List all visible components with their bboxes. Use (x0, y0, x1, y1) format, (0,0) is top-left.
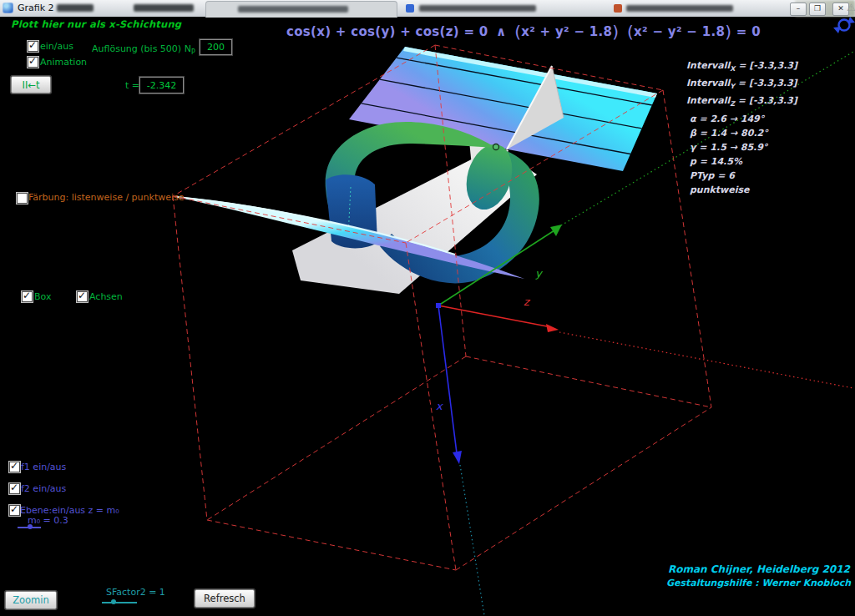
checkmark: ✓ (10, 482, 18, 493)
z-axis-label: z (524, 295, 531, 308)
interval-rest: = [-3.3,3.3] (735, 95, 797, 106)
ptyp-value: PTyp = 6 (686, 169, 797, 183)
interval-x: IntervallX = [-3.3,3.3] (686, 58, 797, 76)
ebene-checkbox[interactable]: ✓ (9, 505, 20, 516)
interval-base: Intervall (686, 95, 730, 106)
box-label: Box (34, 291, 51, 302)
checkmark: ✓ (10, 503, 18, 515)
point-marker[interactable] (493, 144, 499, 150)
t-input[interactable] (139, 77, 184, 93)
background-tab-favicon (614, 4, 622, 13)
angle-beta: β = 1.4 → 80.2° (686, 126, 797, 140)
background-tab-text-blur (626, 5, 733, 12)
sfactor2-slider-handle[interactable] (111, 599, 116, 604)
f1-checkbox[interactable]: ✓ (9, 462, 20, 472)
m0-slider-handle[interactable] (28, 524, 33, 529)
x-axis-label: x (436, 400, 443, 412)
equation-lhs: cos(x) + cos(y) + cos(z) = 0 (286, 24, 488, 39)
credit-author: Roman Chijner, Heidelberg 2012 (668, 563, 850, 575)
paren: ) (612, 22, 619, 42)
achsen-label: Achsen (89, 291, 123, 302)
achsen-checkbox[interactable]: ✓ (77, 291, 88, 302)
background-tab-favicon (406, 4, 414, 13)
equation-rhs: = 0 (736, 24, 761, 39)
zoomin-button[interactable]: Zoomin (5, 591, 57, 609)
refresh-button[interactable]: Refresch (195, 589, 255, 608)
interval-base: Intervall (686, 78, 730, 88)
y-axis-label: y (535, 267, 544, 280)
view-info-panel: IntervallX = [-3.3,3.3] IntervallY = [-3… (686, 58, 797, 197)
interval-rest: = [-3.3,3.3] (735, 60, 797, 71)
equation-factor1: x² + y² − 1.8 (521, 24, 612, 39)
t-reset-button[interactable]: II←t (11, 76, 51, 93)
checkmark: ✓ (78, 290, 86, 301)
angle-alpha: α = 2.6 → 149° (686, 112, 797, 126)
ein-aus-checkbox[interactable]: ✓ (28, 41, 38, 52)
checkmark: ✓ (10, 460, 18, 472)
background-tab-text-blur (419, 5, 536, 12)
ein-aus-label: ein/aus (40, 41, 73, 52)
credit-design: Gestaltungshilfe : Werner Knobloch (666, 578, 851, 588)
faerbung-checkbox[interactable] (17, 193, 28, 204)
equation-and: ∧ (493, 24, 509, 39)
paren: ( (624, 22, 634, 42)
faerbung-label: Färbung: listenweise / punktweise (28, 192, 185, 203)
interval-z: IntervallZ = [-3.3,3.3] (686, 93, 797, 111)
interval-y: IntervallY = [-3.3,3.3] (686, 76, 797, 93)
window-title: Grafik 2 (18, 3, 54, 13)
f2-label: f2 ein/aus (21, 483, 66, 494)
resolution-label-main: Auflösung (bis 500) N (92, 43, 191, 54)
background-window-blur (134, 4, 194, 12)
z-axis (438, 305, 559, 332)
equation-factor2: x² − y² − 1.8 (634, 24, 725, 39)
warning-icon: ⚠ (847, 2, 855, 13)
animation-checkbox[interactable]: ✓ (28, 57, 38, 68)
box-checkbox[interactable]: ✓ (22, 291, 33, 302)
f1-label: f1 ein/aus (21, 462, 66, 472)
background-window-blur (57, 4, 94, 12)
resolution-label: Auflösung (bis 500) NP = : (92, 43, 212, 56)
m0-value-label: m₀ = 0.3 (28, 515, 68, 526)
window-titlebar[interactable]: Grafik 2 – ❐ ✕ ⚠ (0, 0, 855, 18)
origin-point[interactable] (436, 303, 441, 308)
background-tab-text-blur (238, 6, 348, 13)
paren: ) (725, 22, 731, 42)
mode-text: punktweise (686, 183, 797, 197)
restore-button[interactable]: ❐ (809, 3, 826, 16)
plot-mode-note: Plott hier nur als x-Schichtung (11, 18, 181, 30)
sfactor2-label: SFactor2 = 1 (106, 587, 165, 598)
app-icon (3, 3, 13, 13)
checkmark: ✓ (23, 290, 31, 301)
p-value: p = 14.5% (686, 154, 797, 169)
equation-display: cos(x) + cos(y) + cos(z) = 0 ∧ (x² + y² … (286, 22, 761, 42)
refresh-icon[interactable] (833, 17, 855, 33)
sfactor2-slider-track[interactable] (102, 602, 137, 603)
angle-gamma: γ = 1.5 → 85.9° (686, 140, 797, 154)
minimize-button[interactable]: – (790, 3, 807, 16)
background-tab (205, 1, 397, 18)
animation-label: Animation (40, 57, 87, 68)
x-axis (438, 305, 462, 464)
app-window: Grafik 2 – ❐ ✕ ⚠ (0, 0, 855, 616)
resolution-input[interactable] (200, 39, 232, 55)
checkmark: ✓ (28, 39, 37, 51)
interval-rest: = [-3.3,3.3] (735, 78, 797, 88)
f2-checkbox[interactable]: ✓ (9, 483, 20, 494)
checkmark: ✓ (28, 55, 37, 67)
interval-base: Intervall (686, 60, 730, 71)
